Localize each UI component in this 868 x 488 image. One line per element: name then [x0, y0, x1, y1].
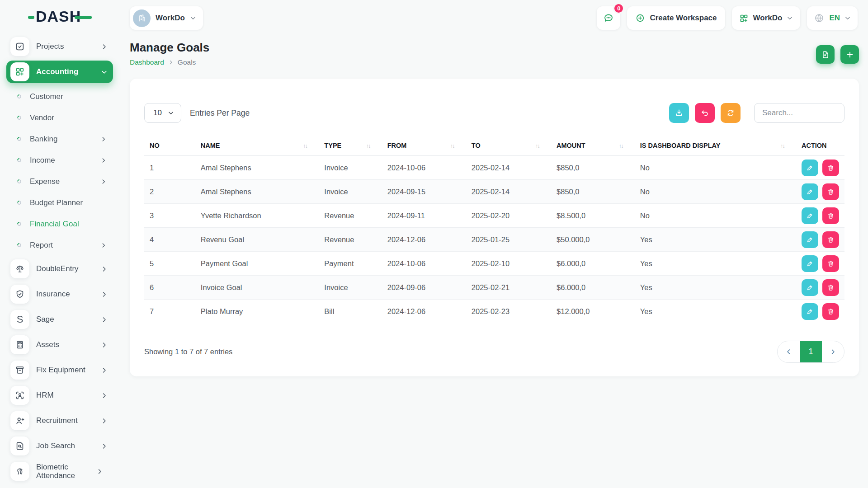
sidebar-item-report[interactable]: Report: [6, 235, 113, 256]
sidebar-item-expense[interactable]: Expense: [6, 171, 113, 192]
sidebar-item-sage[interactable]: S Sage: [6, 308, 113, 331]
app-menu-button[interactable]: WorkDo: [732, 6, 801, 30]
sidebar-item-income[interactable]: Income: [6, 150, 113, 171]
edit-button[interactable]: [802, 231, 818, 248]
messages-button[interactable]: 0: [597, 6, 620, 30]
table-footer: Showing 1 to 7 of 7 entries 1: [144, 341, 844, 363]
chevron-right-icon: [101, 418, 108, 424]
search-input[interactable]: [754, 103, 844, 123]
delete-button[interactable]: [822, 303, 839, 320]
page-header: Manage Goals Dashboard Goals: [118, 33, 868, 66]
pencil-icon: [806, 308, 814, 315]
table-row: 6 Invoice Goal Invoice 2024-09-06 2025-0…: [144, 276, 844, 300]
sort-icon[interactable]: ↑↓: [780, 142, 791, 149]
sidebar-item-biometric-attendance[interactable]: Biometric Attendance: [6, 460, 113, 483]
column-header-type[interactable]: TYPE↑↓: [319, 136, 382, 156]
delete-button[interactable]: [822, 231, 839, 248]
sort-icon[interactable]: ↑↓: [619, 142, 629, 149]
edit-button[interactable]: [802, 207, 818, 224]
cell-no: 3: [144, 204, 195, 228]
cell-dashboard-display: No: [635, 156, 796, 180]
workspace-selector[interactable]: WorkDo: [130, 6, 203, 30]
sort-icon[interactable]: ↑↓: [303, 142, 313, 149]
sidebar-item-assets[interactable]: Assets: [6, 333, 113, 356]
chevron-right-icon: [101, 316, 108, 323]
pagination-next-button[interactable]: [822, 341, 844, 362]
cell-type: Payment: [319, 252, 382, 276]
sidebar-item-doubleentry[interactable]: DoubleEntry: [6, 258, 113, 280]
sidebar-item-label: Customer: [30, 92, 107, 101]
sidebar-item-projects[interactable]: Projects: [6, 35, 113, 58]
cell-dashboard-display: No: [635, 180, 796, 204]
sidebar-item-job-search[interactable]: Job Search: [6, 435, 113, 457]
column-header-dashboard-display[interactable]: IS DASHBOARD DISPLAY↑↓: [635, 136, 796, 156]
sidebar-item-insurance[interactable]: Insurance: [6, 283, 113, 305]
entries-per-page-value: 10: [153, 108, 162, 117]
add-goal-button[interactable]: [840, 45, 859, 64]
cell-to: 2025-02-10: [466, 252, 551, 276]
cell-type: Revenue: [319, 204, 382, 228]
delete-button[interactable]: [822, 279, 839, 296]
cell-amount: $12.000,0: [551, 300, 635, 324]
sidebar-item-fix-equipment[interactable]: Fix Equipment: [6, 359, 113, 381]
sidebar-item-budget-planner[interactable]: Budget Planner: [6, 192, 113, 213]
chevron-down-icon: [844, 15, 851, 21]
delete-button[interactable]: [822, 183, 839, 200]
create-workspace-button[interactable]: Create Workspace: [627, 6, 725, 30]
chat-icon: [603, 13, 614, 23]
sidebar-item-banking[interactable]: Banking: [6, 128, 113, 150]
pagination-prev-button[interactable]: [778, 341, 800, 362]
cell-dashboard-display: Yes: [635, 300, 796, 324]
edit-button[interactable]: [802, 255, 818, 272]
export-button[interactable]: [669, 103, 689, 123]
sidebar-item-customer[interactable]: Customer: [6, 86, 113, 107]
column-header-name[interactable]: NAME↑↓: [195, 136, 319, 156]
sidebar-item-hrm[interactable]: HRM: [6, 384, 113, 407]
edit-button[interactable]: [802, 279, 818, 296]
chevron-right-icon: [168, 60, 174, 65]
sidebar-item-accounting[interactable]: Accounting: [6, 61, 113, 83]
cell-amount: $850,0: [551, 156, 635, 180]
language-selector[interactable]: EN: [807, 6, 858, 30]
bullet-icon: [16, 200, 22, 206]
column-header-to[interactable]: TO↑↓: [466, 136, 551, 156]
column-header-amount[interactable]: AMOUNT↑↓: [551, 136, 635, 156]
refresh-button[interactable]: [721, 103, 741, 123]
grid-plus-icon: [10, 62, 29, 81]
pagination-page-1[interactable]: 1: [800, 341, 822, 362]
entries-per-page-select[interactable]: 10: [144, 103, 181, 123]
archive-box-icon: [10, 361, 29, 380]
cell-no: 6: [144, 276, 195, 300]
cell-from: 2024-09-15: [382, 180, 466, 204]
sidebar-item-label: Budget Planner: [30, 198, 107, 207]
sort-icon[interactable]: ↑↓: [450, 142, 461, 149]
plus-circle-icon: [635, 13, 645, 23]
breadcrumb-dashboard-link[interactable]: Dashboard: [130, 58, 164, 66]
edit-button[interactable]: [802, 183, 818, 200]
pencil-icon: [806, 188, 814, 196]
messages-badge: 0: [613, 3, 624, 14]
bullet-icon: [16, 221, 22, 227]
sidebar-item-label: Insurance: [36, 290, 94, 298]
brand-logo[interactable]: DASH: [0, 0, 118, 33]
sidebar-item-label: Financial Goal: [30, 220, 107, 229]
delete-button[interactable]: [822, 255, 839, 272]
cell-no: 5: [144, 252, 195, 276]
sage-letter: S: [17, 314, 24, 325]
import-export-button[interactable]: [816, 45, 835, 64]
workspace-avatar: [133, 9, 151, 27]
sidebar-item-financial-goal[interactable]: Financial Goal: [6, 213, 113, 235]
sidebar-item-recruitment[interactable]: Recruitment: [6, 409, 113, 432]
chevron-down-icon: [101, 69, 108, 75]
edit-button[interactable]: [802, 160, 818, 176]
user-plus-icon: [10, 411, 29, 430]
column-header-from[interactable]: FROM↑↓: [382, 136, 466, 156]
sort-icon[interactable]: ↑↓: [535, 142, 546, 149]
sidebar-item-vendor[interactable]: Vendor: [6, 107, 113, 128]
delete-button[interactable]: [822, 207, 839, 224]
sort-icon[interactable]: ↑↓: [366, 142, 377, 149]
delete-button[interactable]: [822, 160, 839, 176]
edit-button[interactable]: [802, 303, 818, 320]
trash-icon: [827, 188, 835, 196]
reset-button[interactable]: [695, 103, 715, 123]
